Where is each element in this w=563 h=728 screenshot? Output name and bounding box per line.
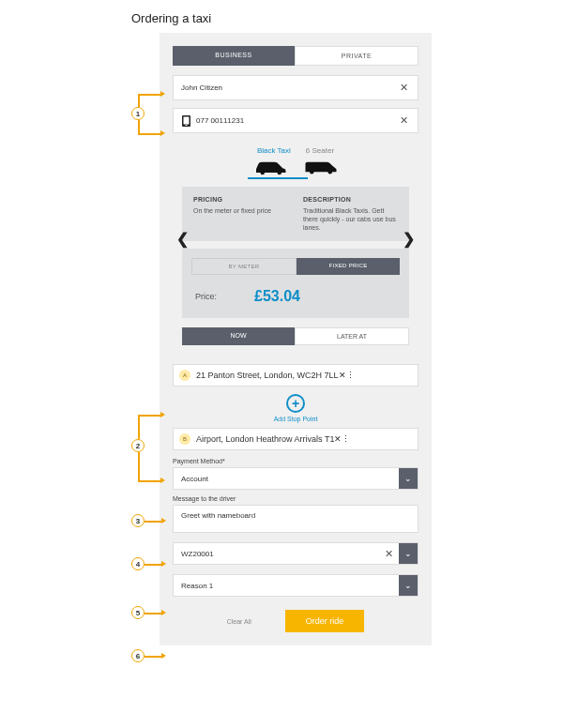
pricing-card: BY METER FIXED PRICE Price: £53.04: [182, 249, 409, 318]
add-stop-section: + Add Stop Point: [173, 394, 418, 422]
annotation-1: 1: [131, 107, 145, 120]
tab-now[interactable]: NOW: [182, 327, 295, 345]
reference2-value: Reason 1: [174, 576, 399, 596]
pickup-pin-icon: A: [179, 370, 190, 381]
clear-pickup-icon[interactable]: ✕: [339, 371, 346, 380]
svg-rect-2: [185, 125, 187, 126]
reference1-select[interactable]: WZ20001 ✕ ⌄: [173, 542, 418, 565]
tab-fixed-price[interactable]: FIXED PRICE: [297, 258, 400, 275]
message-textarea[interactable]: Greet with nameboard: [173, 505, 418, 533]
pickup-input[interactable]: 21 Panton Street, London, WC2H 7LL: [196, 371, 339, 380]
pricing-heading: PRICING: [193, 196, 288, 203]
svg-point-5: [310, 170, 314, 174]
message-label: Message to the driver: [173, 495, 418, 502]
phone-input-row[interactable]: 077 00111231 ✕: [173, 108, 418, 133]
add-stop-label: Add Stop Point: [173, 416, 418, 422]
pickup-more-icon[interactable]: ⋮: [346, 371, 355, 380]
reference2-select[interactable]: Reason 1 ⌄: [173, 574, 418, 597]
svg-point-6: [328, 170, 333, 174]
price-value: £53.04: [254, 288, 300, 305]
dropoff-more-icon[interactable]: ⋮: [342, 434, 350, 444]
price-label: Price:: [195, 292, 217, 301]
payment-label: Payment Method*: [173, 458, 418, 464]
dropoff-pin-icon: B: [179, 433, 190, 445]
vehicle-carousel: ❮ ❯ Black Taxi 6 Seater PRICING On the m…: [173, 141, 418, 364]
payment-chevron-icon[interactable]: ⌄: [399, 468, 418, 489]
description-text: Traditional Black Taxis. Gett there quic…: [303, 206, 398, 232]
pricing-text: On the meter or fixed price: [193, 206, 288, 215]
active-underline: [248, 177, 308, 179]
order-ride-button[interactable]: Order ride: [285, 610, 365, 632]
vehicle-info-card: PRICING On the meter or fixed price DESC…: [182, 187, 409, 241]
payment-value: Account: [174, 469, 399, 489]
rider-type-tabs: BUSINESS PRIVATE: [173, 46, 418, 66]
payment-select[interactable]: Account ⌄: [173, 467, 418, 490]
vehicle-tab-6-seater[interactable]: 6 Seater: [306, 146, 334, 157]
annotation-2: 2: [131, 439, 145, 452]
phone-icon: [181, 115, 190, 127]
clear-phone-icon[interactable]: ✕: [398, 114, 410, 127]
svg-point-4: [278, 171, 282, 175]
reference2-chevron-icon[interactable]: ⌄: [399, 575, 418, 596]
add-stop-button[interactable]: +: [286, 394, 305, 413]
black-taxi-icon: [253, 159, 287, 175]
tab-by-meter[interactable]: BY METER: [191, 258, 297, 275]
page-title: Ordering a taxi: [0, 0, 563, 33]
app-panel: BUSINESS PRIVATE John Citizen ✕ 077 0011…: [160, 33, 432, 645]
svg-point-3: [261, 171, 266, 175]
next-vehicle-icon[interactable]: ❯: [403, 230, 415, 248]
clear-all-link[interactable]: Clear All: [227, 618, 251, 625]
prev-vehicle-icon[interactable]: ❮: [176, 230, 189, 248]
tab-later[interactable]: LATER AT: [295, 327, 409, 345]
name-input[interactable]: John Citizen: [181, 83, 398, 92]
annotation-4: 4: [131, 557, 145, 570]
tab-business[interactable]: BUSINESS: [173, 46, 295, 66]
van-icon: [304, 159, 338, 175]
phone-input[interactable]: 077 00111231: [196, 116, 398, 125]
description-heading: DESCRIPTION: [303, 196, 398, 203]
dropoff-input[interactable]: Airport, London Heathrow Arrivals T1: [196, 434, 334, 444]
vehicle-tab-black-taxi[interactable]: Black Taxi: [257, 146, 291, 157]
name-input-row[interactable]: John Citizen ✕: [173, 75, 418, 100]
clear-ref1-icon[interactable]: ✕: [379, 548, 399, 560]
annotation-5: 5: [131, 606, 145, 619]
clear-dropoff-icon[interactable]: ✕: [334, 434, 342, 444]
reference1-chevron-icon[interactable]: ⌄: [399, 543, 418, 564]
svg-rect-1: [183, 116, 189, 124]
tab-private[interactable]: PRIVATE: [295, 46, 418, 66]
reference1-value: WZ20001: [174, 544, 379, 564]
pickup-row[interactable]: A 21 Panton Street, London, WC2H 7LL ✕ ⋮: [173, 364, 418, 387]
annotation-3: 3: [131, 514, 145, 527]
clear-name-icon[interactable]: ✕: [398, 82, 410, 94]
dropoff-row[interactable]: B Airport, London Heathrow Arrivals T1 ✕…: [173, 428, 418, 450]
